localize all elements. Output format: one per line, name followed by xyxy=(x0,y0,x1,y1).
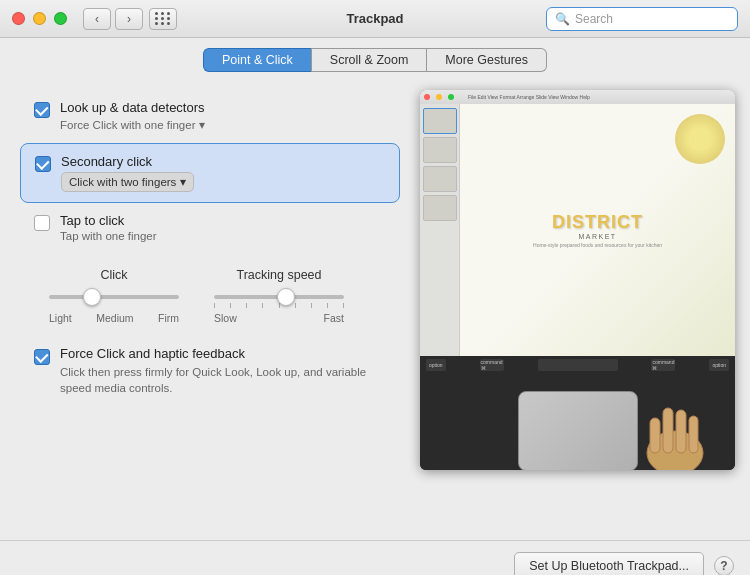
preview-thumb-1 xyxy=(423,108,457,134)
tracking-slider-title: Tracking speed xyxy=(237,268,322,282)
secondary-dropdown[interactable]: Click with two fingers ▾ xyxy=(61,172,194,192)
svg-rect-1 xyxy=(650,418,660,453)
tab-point-click[interactable]: Point & Click xyxy=(203,48,311,72)
preview-kbd-option-left: option xyxy=(426,359,446,371)
preview-screen: File Edit View Format Arrange Slide View… xyxy=(420,90,735,356)
preview-slide-background: DISTRICT MARKET Home-style prepared food… xyxy=(460,104,735,356)
preview-tagline: Home-style prepared foods and resources … xyxy=(533,242,662,248)
preview-decoration-circle xyxy=(675,114,725,164)
tabs-row: Point & Click Scroll & Zoom More Gesture… xyxy=(0,38,750,80)
preview-image: File Edit View Format Arrange Slide View… xyxy=(420,90,735,470)
preview-slide-text: DISTRICT MARKET Home-style prepared food… xyxy=(533,212,662,249)
secondary-checkbox[interactable] xyxy=(35,156,51,172)
preview-thumb-3 xyxy=(423,166,457,192)
close-button[interactable] xyxy=(12,12,25,25)
preview-menu-items: File Edit View Format Arrange Slide View… xyxy=(468,94,590,100)
window-controls xyxy=(12,12,67,25)
tap-text: Tap to click Tap with one finger xyxy=(60,213,386,242)
secondary-setting: Secondary click Click with two fingers ▾ xyxy=(20,143,400,203)
preview-thumb-2 xyxy=(423,137,457,163)
lookup-checkbox[interactable] xyxy=(34,102,50,118)
lookup-text: Look up & data detectors Force Click wit… xyxy=(60,100,386,133)
titlebar: ‹ › Trackpad 🔍 Search xyxy=(0,0,750,38)
svg-rect-4 xyxy=(689,416,698,453)
preview-thumb-4 xyxy=(423,195,457,221)
preview-kbd-option-right: option xyxy=(709,359,729,371)
force-click-label: Force Click and haptic feedback xyxy=(60,346,386,361)
tracking-slider-track-container[interactable] xyxy=(214,288,344,306)
forward-button[interactable]: › xyxy=(115,8,143,30)
preview-min-dot xyxy=(436,94,442,100)
search-placeholder: Search xyxy=(575,12,613,26)
tracking-slider-thumb[interactable] xyxy=(277,288,295,306)
preview-content-area: DISTRICT MARKET Home-style prepared food… xyxy=(420,104,735,356)
tab-scroll-zoom[interactable]: Scroll & Zoom xyxy=(311,48,428,72)
force-click-setting: Force Click and haptic feedback Click th… xyxy=(20,336,400,406)
force-click-checkbox[interactable] xyxy=(34,349,50,365)
click-slider-group: Click Light Medium Firm xyxy=(34,268,194,324)
click-label-medium: Medium xyxy=(96,312,133,324)
click-slider-labels: Light Medium Firm xyxy=(49,312,179,324)
lookup-sublabel[interactable]: Force Click with one finger ▾ xyxy=(60,118,205,132)
preview-market-subtitle: MARKET xyxy=(533,233,662,240)
tap-sublabel: Tap with one finger xyxy=(60,230,386,242)
lookup-label: Look up & data detectors xyxy=(60,100,386,115)
preview-kbd-space xyxy=(538,359,618,371)
tracking-slider-labels: Slow Fast xyxy=(214,312,344,324)
preview-sidebar xyxy=(420,104,460,356)
preview-kbd-command-left: command ⌘ xyxy=(480,359,504,371)
left-panel: Look up & data detectors Force Click wit… xyxy=(20,80,400,540)
search-icon: 🔍 xyxy=(555,12,570,26)
preview-trackpad-area xyxy=(420,374,735,470)
chevron-down-icon: ▾ xyxy=(180,175,186,189)
search-box[interactable]: 🔍 Search xyxy=(546,7,738,31)
tap-label: Tap to click xyxy=(60,213,386,228)
tracking-label-slow: Slow xyxy=(214,312,237,324)
tab-more-gestures[interactable]: More Gestures xyxy=(427,48,547,72)
click-slider-track-container[interactable] xyxy=(49,288,179,306)
click-slider-thumb[interactable] xyxy=(83,288,101,306)
tap-checkbox[interactable] xyxy=(34,215,50,231)
secondary-text: Secondary click Click with two fingers ▾ xyxy=(61,154,385,192)
svg-rect-2 xyxy=(663,408,673,453)
preview-keyboard: option command ⌘ command ⌘ option xyxy=(420,356,735,374)
chevron-down-icon: ▾ xyxy=(199,118,205,132)
minimize-button[interactable] xyxy=(33,12,46,25)
preview-main-slide: DISTRICT MARKET Home-style prepared food… xyxy=(460,104,735,356)
preview-menubar: File Edit View Format Arrange Slide View… xyxy=(420,90,735,104)
preview-trackpad-device xyxy=(518,391,638,470)
secondary-label: Secondary click xyxy=(61,154,385,169)
main-content: Look up & data detectors Force Click wit… xyxy=(0,80,750,540)
help-button[interactable]: ? xyxy=(714,556,734,576)
click-slider-title: Click xyxy=(100,268,127,282)
force-click-text: Force Click and haptic feedback Click th… xyxy=(60,346,386,396)
right-panel: File Edit View Format Arrange Slide View… xyxy=(420,80,735,540)
grid-button[interactable] xyxy=(149,8,177,30)
lookup-setting: Look up & data detectors Force Click wit… xyxy=(20,90,400,143)
preview-hand-icon xyxy=(635,388,715,470)
bottom-bar: Set Up Bluetooth Trackpad... ? xyxy=(0,540,750,575)
tracking-slider-group: Tracking speed Slow Fast xyxy=(194,268,364,324)
preview-district-title: DISTRICT xyxy=(533,212,662,234)
back-button[interactable]: ‹ xyxy=(83,8,111,30)
force-click-sublabel: Click then press firmly for Quick Look, … xyxy=(60,364,386,396)
click-label-light: Light xyxy=(49,312,72,324)
preview-max-dot xyxy=(448,94,454,100)
click-label-firm: Firm xyxy=(158,312,179,324)
sliders-section: Click Light Medium Firm Tracking speed xyxy=(20,252,400,332)
svg-rect-3 xyxy=(676,410,686,453)
window-title: Trackpad xyxy=(346,11,403,26)
click-slider-track xyxy=(49,295,179,299)
tracking-slider-track xyxy=(214,295,344,299)
tracking-label-fast: Fast xyxy=(324,312,344,324)
preview-close-dot xyxy=(424,94,430,100)
grid-icon xyxy=(155,12,171,25)
preview-kbd-command-right: command ⌘ xyxy=(651,359,675,371)
nav-buttons: ‹ › xyxy=(83,8,143,30)
setup-bluetooth-button[interactable]: Set Up Bluetooth Trackpad... xyxy=(514,552,704,576)
maximize-button[interactable] xyxy=(54,12,67,25)
tap-setting: Tap to click Tap with one finger xyxy=(20,203,400,252)
